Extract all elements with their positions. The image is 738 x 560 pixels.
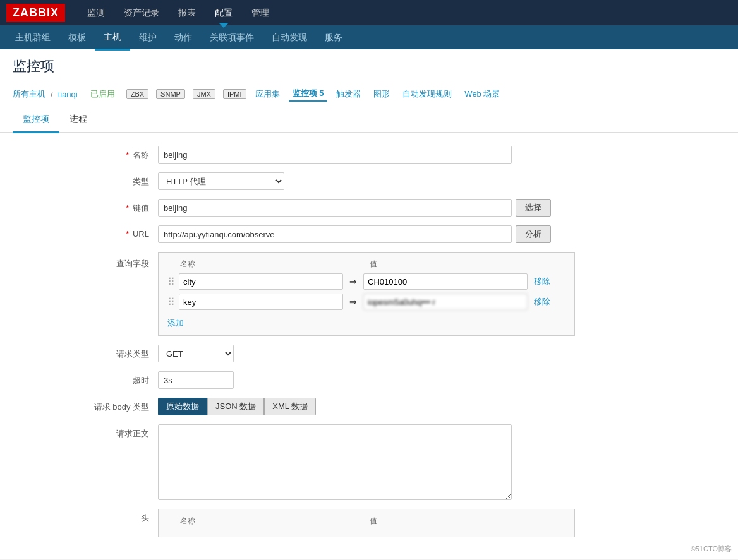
form-row-request-type: 请求类型 GET POST PUT DELETE xyxy=(19,345,719,362)
form-row-name: * 名称 xyxy=(19,146,719,164)
badge-ipmi[interactable]: IPMI xyxy=(223,89,246,99)
query-row-1: ⠿ ⇒ 移除 xyxy=(167,273,566,290)
badge-jmx[interactable]: JMX xyxy=(193,89,215,99)
key-select-button[interactable]: 选择 xyxy=(516,199,551,217)
drag-handle-1[interactable]: ⠿ xyxy=(167,276,175,288)
nav-discovery[interactable]: 自动发现 xyxy=(263,25,316,49)
form-row-key: * 键值 选择 xyxy=(19,199,719,217)
body-btn-raw[interactable]: 原始数据 xyxy=(158,398,207,415)
link-discovery-rules[interactable]: 自动发现规则 xyxy=(399,87,456,101)
query-header: 名称 值 xyxy=(167,259,566,270)
query-label: 查询字段 xyxy=(19,252,158,270)
head-table: 名称 值 xyxy=(158,509,575,537)
tab-items[interactable]: 监控项 xyxy=(13,107,59,133)
arrow-1: ⇒ xyxy=(349,277,357,287)
head-header: 名称 值 xyxy=(167,516,566,527)
breadcrumb-sep: / xyxy=(51,90,53,99)
timeout-input[interactable] xyxy=(158,371,234,389)
breadcrumb-host[interactable]: tianqi xyxy=(58,90,78,99)
timeout-label: 超时 xyxy=(19,371,158,386)
link-triggers[interactable]: 触发器 xyxy=(332,87,365,101)
logo: ZABBIX xyxy=(6,4,65,22)
link-items[interactable]: 监控项 5 xyxy=(289,86,328,102)
key-input[interactable] xyxy=(158,199,512,217)
nav-actions[interactable]: 动作 xyxy=(166,25,201,49)
nav-services[interactable]: 服务 xyxy=(316,25,351,49)
query-name-2[interactable] xyxy=(179,294,343,310)
type-select[interactable]: HTTP 代理 Zabbix 客户端 SNMP xyxy=(158,172,284,190)
second-nav: 主机群组 模板 主机 维护 动作 关联项事件 自动发现 服务 xyxy=(0,25,738,49)
head-label: 头 xyxy=(19,509,158,524)
head-col-val: 值 xyxy=(351,516,566,527)
remove-1[interactable]: 移除 xyxy=(534,276,550,287)
link-appset[interactable]: 应用集 xyxy=(251,87,284,101)
name-label: * 名称 xyxy=(19,146,158,161)
key-label: * 键值 xyxy=(19,199,158,214)
nav-correlations[interactable]: 关联项事件 xyxy=(201,25,263,49)
url-input[interactable] xyxy=(158,225,512,243)
nav-admin[interactable]: 管理 xyxy=(242,0,279,25)
form-row-head: 头 名称 值 xyxy=(19,509,719,537)
query-name-1[interactable] xyxy=(179,273,343,290)
body-type-group: 原始数据 JSON 数据 XML 数据 xyxy=(158,398,316,415)
nav-monitor[interactable]: 监测 xyxy=(78,0,114,25)
query-row-2: ⠿ ⇒ 移除 xyxy=(167,294,566,310)
link-web-scenarios[interactable]: Web 场景 xyxy=(461,87,504,101)
nav-maintenance[interactable]: 维护 xyxy=(130,25,166,49)
badge-snmp[interactable]: SNMP xyxy=(156,89,185,99)
form-area: * 名称 类型 HTTP 代理 Zabbix 客户端 SNMP * 键值 选择 … xyxy=(0,133,738,559)
watermark: ©51CTO博客 xyxy=(691,544,732,554)
badge-zbx[interactable]: ZBX xyxy=(126,89,148,99)
remove-2[interactable]: 移除 xyxy=(534,296,550,307)
url-analyze-button[interactable]: 分析 xyxy=(516,225,551,243)
page-header: 监控项 xyxy=(0,49,738,81)
nav-hostgroups[interactable]: 主机群组 xyxy=(6,25,59,49)
head-col-name: 名称 xyxy=(167,516,351,527)
form-row-type: 类型 HTTP 代理 Zabbix 客户端 SNMP xyxy=(19,172,719,190)
request-type-label: 请求类型 xyxy=(19,345,158,360)
form-row-body-type: 请求 body 类型 原始数据 JSON 数据 XML 数据 xyxy=(19,398,719,415)
form-row-query: 查询字段 名称 值 ⠿ ⇒ 移除 ⠿ ⇒ 移除 xyxy=(19,252,719,336)
request-type-select[interactable]: GET POST PUT DELETE xyxy=(158,345,234,362)
drag-handle-2[interactable]: ⠿ xyxy=(167,296,175,308)
form-row-url: * URL 分析 xyxy=(19,225,719,243)
page-title: 监控项 xyxy=(13,57,725,81)
body-textarea[interactable] xyxy=(158,424,512,500)
body-label: 请求正文 xyxy=(19,424,158,439)
query-col-name: 名称 xyxy=(167,259,351,270)
nav-templates[interactable]: 模板 xyxy=(59,25,95,49)
content-tabs: 监控项 进程 xyxy=(0,107,738,133)
nav-assets[interactable]: 资产记录 xyxy=(114,0,169,25)
body-type-label: 请求 body 类型 xyxy=(19,398,158,413)
nav-config[interactable]: 配置 xyxy=(205,0,242,25)
form-row-timeout: 超时 xyxy=(19,371,719,389)
query-val-2[interactable] xyxy=(363,294,528,310)
url-label: * URL xyxy=(19,225,158,239)
body-btn-xml[interactable]: XML 数据 xyxy=(264,398,316,415)
link-graphs[interactable]: 图形 xyxy=(370,87,394,101)
breadcrumb-bar: 所有主机 / tianqi 已启用 ZBX SNMP JMX IPMI 应用集 … xyxy=(0,81,738,107)
query-table: 名称 值 ⠿ ⇒ 移除 ⠿ ⇒ 移除 添加 xyxy=(158,252,575,336)
nav-hosts[interactable]: 主机 xyxy=(95,25,130,51)
name-input[interactable] xyxy=(158,146,512,164)
add-query-link[interactable]: 添加 xyxy=(167,314,566,329)
breadcrumb-all-hosts[interactable]: 所有主机 xyxy=(13,88,45,100)
breadcrumb-enabled[interactable]: 已启用 xyxy=(87,87,119,101)
type-label: 类型 xyxy=(19,172,158,188)
query-val-1[interactable] xyxy=(363,273,528,290)
nav-reports[interactable]: 报表 xyxy=(169,0,205,25)
form-row-body: 请求正文 xyxy=(19,424,719,500)
query-col-val: 值 xyxy=(351,259,566,270)
top-nav: ZABBIX 监测 资产记录 报表 配置 管理 xyxy=(0,0,738,25)
body-btn-json[interactable]: JSON 数据 xyxy=(207,398,264,415)
tab-process[interactable]: 进程 xyxy=(59,107,97,133)
arrow-2: ⇒ xyxy=(349,297,357,307)
